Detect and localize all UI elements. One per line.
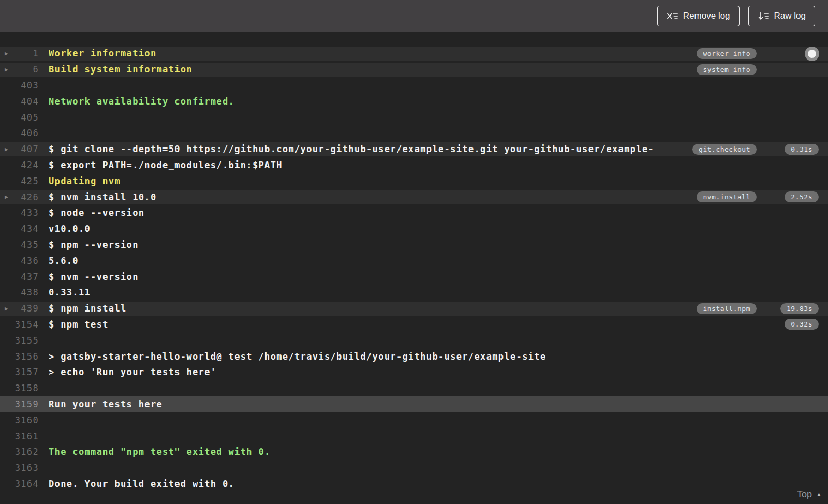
build-log: ▶ 1 Worker information worker_info ▶ 6 B… (0, 32, 828, 504)
chevron-up-icon: ▲ (816, 492, 822, 497)
log-line-text: Done. Your build exited with 0. (49, 479, 757, 489)
log-toolbar: Remove log Raw log (0, 0, 828, 32)
duration-badge: 19.83s (780, 303, 819, 314)
line-number[interactable]: 425 (13, 176, 39, 186)
log-row: ▶ 407 $ git clone --depth=50 https://git… (0, 141, 828, 157)
log-row: 403 (0, 78, 828, 94)
line-number[interactable]: 3158 (13, 383, 39, 393)
follow-log-toggle[interactable] (805, 47, 819, 61)
line-number[interactable]: 3164 (13, 479, 39, 489)
log-row: ▶ 6 Build system information system_info (0, 62, 828, 78)
line-number[interactable]: 424 (13, 160, 39, 170)
log-row: 3162 The command "npm test" exited with … (0, 444, 828, 460)
log-row: 435 $ npm --version (0, 237, 828, 253)
line-number[interactable]: 435 (13, 240, 39, 250)
log-line-text: Updating nvm (49, 176, 757, 186)
log-row: 425 Updating nvm (0, 173, 828, 189)
fold-tag-badge: git.checkout (692, 144, 757, 155)
line-number[interactable]: 404 (13, 96, 39, 107)
log-row: 404 Network availability confirmed. (0, 93, 828, 109)
fold-toggle-icon[interactable]: ▶ (0, 50, 13, 57)
line-number[interactable]: 3155 (13, 335, 39, 346)
travis-log-page: Remove log Raw log ▶ 1 Worker informatio… (0, 0, 828, 504)
remove-log-button[interactable]: Remove log (657, 6, 740, 26)
line-number[interactable]: 3154 (13, 319, 39, 330)
line-number[interactable]: 3162 (13, 447, 39, 457)
log-row: 405 (0, 109, 828, 125)
remove-log-label: Remove log (683, 11, 730, 21)
log-line-text: > echo 'Run your tests here' (49, 367, 757, 377)
duration-slot: 2.52s (757, 191, 828, 202)
line-number[interactable]: 405 (13, 112, 39, 123)
fold-toggle-icon[interactable]: ▶ (0, 146, 13, 153)
log-row: 3157 > echo 'Run your tests here' (0, 364, 828, 380)
log-row: ▶ 1 Worker information worker_info (0, 46, 828, 62)
log-line-text: $ git clone --depth=50 https://github.co… (49, 144, 686, 154)
line-number[interactable]: 3156 (13, 351, 39, 362)
log-line-text: v10.0.0 (49, 224, 757, 234)
line-number[interactable]: 3159 (13, 399, 39, 409)
log-line-text: $ nvm install 10.0 (49, 192, 690, 202)
log-row: 3158 (0, 380, 828, 396)
line-number[interactable]: 3160 (13, 415, 39, 425)
log-line-text: $ npm install (49, 303, 690, 314)
log-line-text: Worker information (49, 48, 690, 58)
line-number[interactable]: 406 (13, 128, 39, 138)
line-number[interactable]: 1 (13, 48, 39, 58)
line-number[interactable]: 439 (13, 303, 39, 314)
line-number[interactable]: 6 (13, 64, 39, 75)
top-link-label: Top (797, 489, 812, 500)
log-row: 434 v10.0.0 (0, 221, 828, 237)
line-number[interactable]: 438 (13, 287, 39, 298)
fold-tag-badge: system_info (697, 64, 757, 75)
log-line-text: $ export PATH=./node_modules/.bin:$PATH (49, 160, 757, 170)
log-row: 438 0.33.11 (0, 285, 828, 301)
line-number[interactable]: 434 (13, 224, 39, 234)
log-line-text: $ npm --version (49, 240, 757, 250)
log-line-text: 5.6.0 (49, 256, 757, 266)
log-row: 3156 > gatsby-starter-hello-world@ test … (0, 348, 828, 364)
log-row: 3163 (0, 460, 828, 476)
line-number[interactable]: 436 (13, 256, 39, 266)
fold-tag-badge: install.npm (697, 303, 757, 314)
line-number[interactable]: 426 (13, 192, 39, 202)
log-row: 3159 Run your tests here (0, 396, 828, 412)
line-number[interactable]: 433 (13, 207, 39, 218)
log-rows-container: ▶ 1 Worker information worker_info ▶ 6 B… (0, 46, 828, 492)
raw-log-button[interactable]: Raw log (748, 6, 815, 26)
raw-log-label: Raw log (774, 11, 806, 21)
line-number[interactable]: 3161 (13, 431, 39, 441)
duration-badge: 2.52s (785, 191, 819, 202)
duration-slot: 19.83s (757, 303, 828, 314)
scroll-to-top-link[interactable]: Top ▲ (797, 489, 822, 500)
duration-slot: 0.31s (757, 144, 828, 155)
log-row: 3164 Done. Your build exited with 0. (0, 476, 828, 492)
line-number[interactable]: 403 (13, 80, 39, 91)
raw-log-icon (758, 11, 769, 21)
log-line-text: Network availability confirmed. (49, 96, 757, 107)
log-line-text: $ nvm --version (49, 272, 757, 282)
remove-log-icon (667, 11, 678, 21)
line-number[interactable]: 407 (13, 144, 39, 154)
log-line-text: Run your tests here (49, 399, 757, 409)
log-row: 3160 (0, 412, 828, 428)
log-row: 437 $ nvm --version (0, 269, 828, 285)
follow-log-dot-icon (808, 50, 816, 58)
duration-badge: 0.31s (785, 144, 819, 155)
fold-toggle-icon[interactable]: ▶ (0, 194, 13, 200)
fold-tag-badge: worker_info (697, 48, 757, 59)
log-row: 433 $ node --version (0, 205, 828, 221)
log-row: ▶ 426 $ nvm install 10.0 nvm.install 2.5… (0, 189, 828, 205)
fold-toggle-icon[interactable]: ▶ (0, 305, 13, 312)
duration-slot: 0.32s (757, 319, 828, 330)
log-line-text: The command "npm test" exited with 0. (49, 447, 757, 457)
log-line-text: $ node --version (49, 207, 757, 218)
line-number[interactable]: 437 (13, 272, 39, 282)
line-number[interactable]: 3163 (13, 463, 39, 473)
log-row: 3161 (0, 428, 828, 444)
log-line-text: $ npm test (49, 319, 757, 330)
fold-toggle-icon[interactable]: ▶ (0, 66, 13, 73)
log-line-text: > gatsby-starter-hello-world@ test /home… (49, 351, 757, 362)
log-row: 3154 $ npm test 0.32s (0, 317, 828, 333)
line-number[interactable]: 3157 (13, 367, 39, 377)
